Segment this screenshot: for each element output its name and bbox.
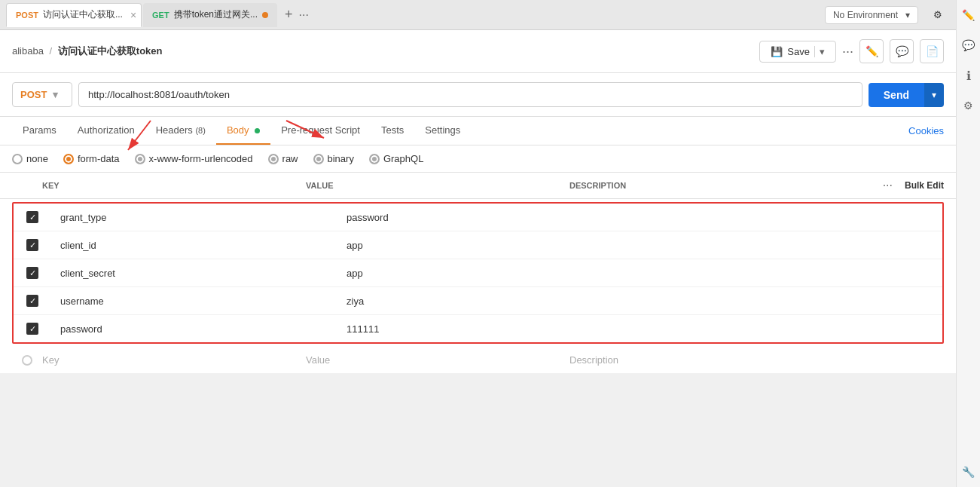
row-key-3[interactable]: client_secret (51, 260, 337, 286)
pre-request-label: Pre-request Script (281, 124, 360, 136)
th-value: VALUE (306, 181, 569, 190)
radio-form-data-circle (63, 154, 74, 164)
add-row-radio (22, 355, 32, 366)
method-select[interactable]: POST ▾ (12, 82, 72, 107)
row-value-1[interactable]: password (337, 204, 624, 231)
row-key-2[interactable]: client_id (51, 232, 337, 259)
tab-params[interactable]: Params (12, 117, 67, 145)
settings-label: Settings (425, 124, 460, 136)
row-desc-2[interactable] (624, 237, 942, 253)
row-desc-5[interactable] (624, 321, 942, 336)
headers-label: Headers (156, 124, 193, 136)
edit-icon-button[interactable]: ✏️ (859, 39, 884, 63)
more-columns-icon[interactable]: ··· (883, 179, 893, 192)
radio-urlencoded-circle (135, 154, 145, 164)
radio-binary[interactable]: binary (313, 153, 354, 164)
th-description: DESCRIPTION (569, 181, 883, 190)
row-desc-3[interactable] (624, 265, 942, 280)
checkbox-5[interactable]: ✓ (26, 323, 38, 335)
radio-graphql-circle (369, 154, 380, 164)
tab-method-get: GET (152, 11, 169, 20)
send-button[interactable]: Send (869, 83, 924, 107)
tab-close-post[interactable]: × (130, 9, 136, 21)
tab-post[interactable]: POST 访问认证中心获取... × (6, 3, 142, 27)
row-desc-1[interactable] (624, 210, 942, 225)
tab-get[interactable]: GET 携带token通过网关... (143, 3, 277, 27)
body-type-row: none form-data x-www-form-urlencoded raw… (0, 145, 956, 173)
env-label: No Environment (833, 10, 898, 20)
body-label: Body (227, 124, 249, 136)
env-selector[interactable]: No Environment ▾ (825, 6, 918, 24)
row-value-2[interactable]: app (337, 232, 624, 259)
highlighted-rows-group: ✓ grant_type password ✓ client_id app ✓ (12, 202, 944, 344)
row-value-3[interactable]: app (337, 260, 624, 286)
table-row: ✓ password 111111 (14, 315, 942, 342)
table-header-row: KEY VALUE DESCRIPTION ··· Bulk Edit (0, 173, 956, 199)
radio-none[interactable]: none (12, 153, 48, 164)
right-sidebar: ✏️ 💬 ℹ ⚙ 🔧 (956, 0, 980, 374)
radio-raw[interactable]: raw (268, 153, 298, 164)
tests-label: Tests (381, 124, 404, 136)
row-check-5[interactable]: ✓ (14, 315, 51, 342)
checkbox-4[interactable]: ✓ (26, 295, 38, 307)
annotation-area: Params Authorization Headers (8) Body Pr… (0, 117, 956, 145)
radio-raw-circle (268, 154, 279, 164)
row-key-1[interactable]: grant_type (51, 204, 337, 231)
tab-body[interactable]: Body (216, 117, 270, 145)
breadcrumb: alibaba / 访问认证中心获取token (12, 44, 162, 58)
more-tabs-icon[interactable]: ··· (299, 8, 309, 22)
sidebar-pencil-icon[interactable]: ✏️ (960, 6, 978, 24)
save-button[interactable]: 💾 Save ▾ (759, 41, 836, 63)
radio-form-data[interactable]: form-data (63, 153, 120, 164)
row-check-2[interactable]: ✓ (14, 231, 51, 259)
request-bar: POST ▾ Send ▾ (0, 73, 956, 117)
tab-pre-request[interactable]: Pre-request Script (270, 117, 371, 145)
radio-urlencoded-label: x-www-form-urlencoded (149, 153, 253, 164)
row-check-1[interactable]: ✓ (14, 204, 51, 231)
row-value-5[interactable]: 111111 (337, 316, 624, 342)
checkbox-2[interactable]: ✓ (26, 239, 38, 251)
th-key: KEY (42, 181, 306, 190)
row-check-3[interactable]: ✓ (14, 259, 51, 286)
sidebar-settings-icon[interactable]: ⚙ (960, 96, 978, 115)
send-dropdown-button[interactable]: ▾ (924, 83, 944, 107)
add-tab-icon[interactable]: + (285, 7, 293, 23)
sidebar-info-icon[interactable]: ℹ (960, 66, 978, 84)
row-key-5[interactable]: password (51, 316, 337, 342)
th-actions: ··· Bulk Edit (883, 179, 944, 192)
radio-urlencoded[interactable]: x-www-form-urlencoded (135, 153, 253, 164)
table-row: ✓ client_id app (14, 231, 942, 259)
tab-title-post: 访问认证中心获取... (43, 8, 123, 21)
checkbox-3[interactable]: ✓ (26, 267, 38, 279)
tab-dot-get (262, 12, 268, 18)
authorization-label: Authorization (78, 124, 135, 136)
doc-icon-button[interactable]: 📄 (920, 39, 944, 63)
header-actions: 💾 Save ▾ ··· ✏️ 💬 📄 (759, 39, 944, 63)
row-desc-4[interactable] (624, 293, 942, 308)
settings-icon[interactable]: ⚙ (926, 9, 950, 20)
workspace-label: alibaba (12, 45, 44, 57)
tab-authorization[interactable]: Authorization (67, 117, 145, 145)
headers-badge: (8) (195, 126, 205, 135)
tab-headers[interactable]: Headers (8) (145, 117, 216, 145)
tab-tests[interactable]: Tests (371, 117, 414, 145)
radio-graphql-label: GraphQL (383, 153, 423, 164)
cookies-link[interactable]: Cookies (908, 118, 944, 144)
bulk-edit-button[interactable]: Bulk Edit (905, 180, 944, 191)
more-options-button[interactable]: ··· (842, 44, 853, 60)
url-input[interactable] (78, 82, 862, 107)
comment-icon-button[interactable]: 💬 (890, 39, 914, 63)
row-key-4[interactable]: username (51, 288, 337, 314)
row-check-4[interactable]: ✓ (14, 287, 51, 314)
add-value-placeholder[interactable]: Value (306, 354, 569, 366)
add-desc-placeholder[interactable]: Description (569, 354, 944, 366)
row-value-4[interactable]: ziya (337, 288, 624, 314)
add-key-placeholder[interactable]: Key (42, 354, 306, 366)
tab-settings[interactable]: Settings (414, 117, 471, 145)
save-icon: 💾 (771, 46, 783, 57)
checkbox-1[interactable]: ✓ (26, 211, 38, 223)
save-chevron-icon[interactable]: ▾ (814, 46, 825, 57)
radio-graphql[interactable]: GraphQL (369, 153, 423, 164)
sidebar-chat-icon[interactable]: 💬 (960, 36, 978, 54)
send-button-container: Send ▾ (869, 83, 944, 107)
